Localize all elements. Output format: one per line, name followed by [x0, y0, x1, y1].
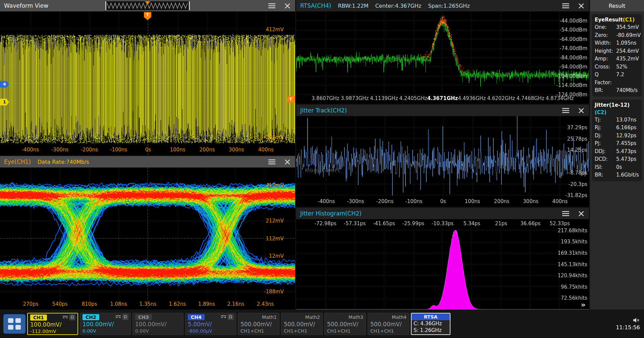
close-icon[interactable]: ×	[283, 158, 291, 165]
clock-area: 11:15:56	[616, 317, 640, 331]
spectrum-canvas	[296, 11, 589, 104]
menu-icon[interactable]	[268, 159, 275, 164]
y-axis-label: -64.00dBm	[559, 36, 587, 42]
y-axis-label: 14.25ps	[567, 147, 587, 153]
result-row: BR:1.6Gbit/s	[595, 171, 639, 179]
expand-icon[interactable]: »	[581, 300, 586, 309]
y-axis-label: -74.00dBm	[559, 45, 587, 51]
x-axis-label: -300ns	[51, 147, 68, 153]
y-axis-label: 37.29ps	[567, 125, 587, 131]
channel3-button[interactable]: CH3 100.00mV/ 0.00V	[132, 313, 183, 335]
x-axis-label: 400ns	[258, 147, 274, 153]
x-axis-label: 100ns	[170, 147, 185, 153]
jitter-histogram-plot[interactable]: -72.98ps-57.31ps-41.65ps-25.99ps-10.33ps…	[296, 219, 589, 309]
result-row: Rj:6.166ps	[595, 124, 639, 132]
jitter-result-section: Jitter(1e-12)(C2) Tj:13.07ns Rj:6.166ps …	[592, 99, 642, 181]
x-axis-label: 4.7468GHz	[517, 95, 544, 101]
y-axis-label: 96.75khits	[561, 284, 587, 290]
x-axis-label: -400ns	[22, 147, 39, 153]
impedance-icon: Ω	[122, 314, 128, 320]
math4-button[interactable]: Math4 500.00mV/ CH1+CH1	[368, 313, 409, 335]
jitter-track-titlebar: Jitter Track(CH2) ×	[296, 105, 589, 116]
menu-icon[interactable]	[562, 3, 569, 8]
x-axis-label: 100ns	[465, 198, 480, 204]
channel2-button[interactable]: CH2 Ω 100.00mV/ 0.00V	[80, 313, 131, 335]
speaker-muted-icon[interactable]	[633, 317, 640, 323]
math3-button[interactable]: Math3 500.00mV/ CH1+CH1	[324, 313, 366, 335]
waveform-plot[interactable]: T 4 1 T 412mV-188mV -400ns-300ns-200ns-1…	[0, 11, 295, 155]
result-row: Amp:435.2mV	[595, 55, 639, 63]
channel1-offset: -112.00mV	[30, 328, 75, 334]
result-row: DDj:5.473ps	[595, 148, 639, 156]
menu-icon[interactable]	[562, 211, 569, 216]
result-row: One:354.5mV	[595, 23, 639, 32]
math4-scale: 500.00mV/	[370, 321, 407, 328]
y-axis-label: -114.00dBm	[556, 82, 587, 88]
x-axis-label: -200ns	[81, 147, 98, 153]
channel1-chip: CH1	[30, 315, 47, 321]
result-sidebar: Result EyeResult(C1) One:354.5mV Zero:-8…	[590, 0, 644, 309]
close-icon[interactable]: ×	[577, 210, 585, 217]
impedance-icon: Ω	[69, 315, 75, 320]
y-axis-label: 145.13khits	[557, 261, 587, 268]
channel4-button[interactable]: CH4 Ω 5.00mV/ -800.00µV	[185, 313, 236, 335]
channel1-button[interactable]: CH1 Ω 100.00mV/ -112.00mV	[27, 313, 78, 335]
y-axis-label: 412mV	[266, 27, 284, 33]
x-axis-label: 1.62ns	[169, 301, 186, 307]
result-row: Q Factor:7.2	[595, 71, 639, 87]
math1-button[interactable]: Math1 500.00mV/ CH1+CH1	[238, 313, 279, 335]
x-axis-label: 400ns	[552, 198, 568, 204]
result-row: DCD:5.473ps	[595, 155, 639, 163]
y-axis-label: 212mV	[266, 218, 284, 224]
menu-icon[interactable]	[268, 3, 275, 8]
x-axis-label: 1.89ns	[198, 301, 215, 307]
menu-icon[interactable]	[562, 108, 569, 113]
close-icon[interactable]: ×	[577, 107, 585, 114]
y-axis-label: -20.3ps	[569, 181, 587, 187]
dc-coupling-icon	[116, 316, 121, 319]
x-axis-label: 2.43ns	[257, 301, 274, 307]
x-axis-label: -100ns	[110, 147, 127, 153]
rtsa-span: Span:1.265GHz	[428, 3, 470, 9]
x-axis-label: 4.1139GHz	[370, 95, 398, 101]
oscilloscope-screen: Waveform View × T 4 1 T 412mV-188mV -400…	[0, 0, 644, 338]
y-axis-label: 112mV	[266, 236, 284, 242]
eye-plot[interactable]: 412mV212mV112mV12mV-188mV 270ps540ps810p…	[0, 167, 295, 309]
eye-diagram-canvas	[0, 167, 295, 309]
eye-diagram-panel: Eye(CH1) Data Rate:740Mb/s × 412mV212mV1…	[0, 156, 295, 309]
waveform-navigator[interactable]	[105, 1, 190, 10]
x-axis-label: 0s	[145, 147, 151, 153]
close-icon[interactable]: ×	[283, 2, 291, 9]
y-axis-label: 12mV	[269, 253, 284, 259]
jitter-histogram-canvas	[296, 219, 589, 309]
channel4-chip: CH4	[188, 314, 205, 320]
close-icon[interactable]: ×	[577, 2, 585, 9]
x-axis-label: 1.08ns	[110, 301, 127, 307]
x-axis-label: 4.8734GHz	[546, 95, 574, 101]
clock-time: 11:15:56	[616, 324, 640, 331]
channel2-scale: 100.00mV/	[83, 321, 128, 328]
result-row: Width:1.095ns	[595, 39, 639, 47]
app-menu-button[interactable]	[3, 314, 25, 334]
waveform-title: Waveform View	[4, 2, 48, 9]
x-axis-label: 3.9873GHz	[341, 95, 369, 101]
result-row: Height:254.6mV	[595, 47, 639, 55]
result-row: Cross:52%	[595, 63, 639, 71]
x-axis-label: 2.16ns	[227, 301, 245, 307]
jitter-track-plot[interactable]: RIGOL COM PL 37.29ps25.78ps14.25ps-8.78p…	[296, 116, 589, 207]
x-axis-label: -400ns	[318, 198, 335, 204]
math1-label: Math1	[240, 314, 277, 321]
math2-button[interactable]: Math2 500.00mV/ CH1+CH1	[281, 313, 323, 335]
x-axis-label: 4.3671GHz	[427, 95, 458, 101]
x-axis-label: -25.99ps	[402, 221, 424, 227]
x-axis-label: 52.33ps	[550, 221, 570, 227]
rtsa-plot[interactable]: -44.00dBm-54.00dBm-64.00dBm-74.00dBm-84.…	[296, 11, 589, 104]
rtsa-button[interactable]: RTSA C: 4.36GHz S: 1.26GHz	[411, 313, 450, 335]
math1-scale: 500.00mV/	[240, 321, 277, 328]
result-row: ISI:0s	[595, 163, 639, 172]
y-axis-label: -54.00dBm	[559, 27, 587, 33]
bottom-bar: CH1 Ω 100.00mV/ -112.00mV CH2 Ω 100.00mV…	[0, 309, 644, 338]
x-axis-label: -41.65ps	[373, 221, 395, 227]
trigger-position-marker-icon[interactable]	[145, 1, 150, 5]
x-axis-label: 540ps	[52, 301, 68, 307]
